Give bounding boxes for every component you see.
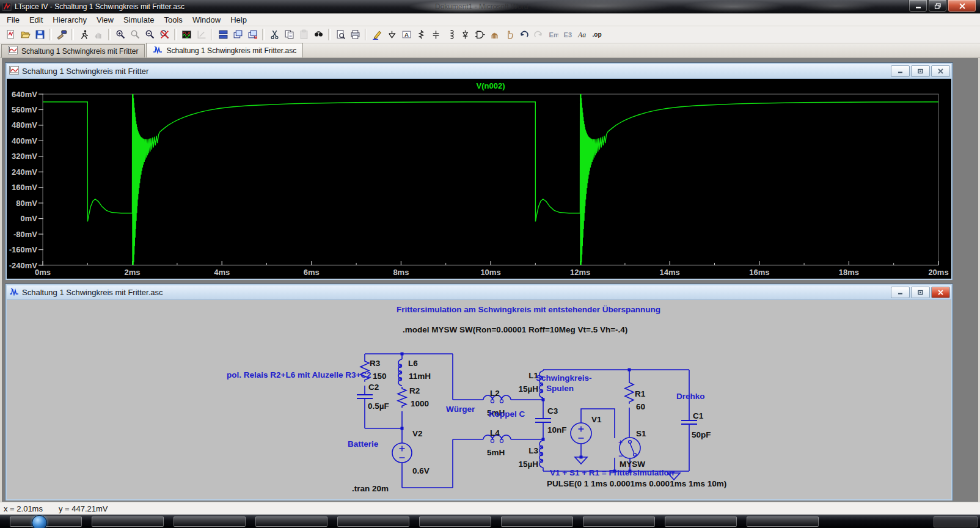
text-icon[interactable]: Aa	[575, 28, 590, 42]
ground-icon[interactable]	[384, 28, 399, 42]
capacitor-icon[interactable]	[428, 28, 443, 42]
tile-horizontal-icon[interactable]	[216, 28, 230, 42]
cascade-new-icon[interactable]	[245, 28, 260, 42]
open-icon[interactable]	[18, 28, 32, 42]
cascade-icon[interactable]	[230, 28, 245, 42]
schematic-comment[interactable]: Würger	[446, 405, 475, 414]
print-preview-icon[interactable]	[333, 28, 348, 42]
taskbar-button[interactable]	[665, 516, 737, 527]
component-S1[interactable]: +−S1MYSW	[618, 429, 646, 469]
component-V2[interactable]: V20.6V	[392, 429, 430, 475]
app-titlebar[interactable]: LTspice IV - Schaltung 1 Schwingkreis mi…	[0, 0, 980, 13]
taskbar-button[interactable]	[419, 516, 491, 527]
waveform-restore-button[interactable]	[911, 65, 930, 77]
component-V1[interactable]: V1	[571, 415, 602, 444]
schematic-comment[interactable]: Frittersimulation am Schwingkreis mit en…	[397, 305, 660, 314]
taskbar-button[interactable]	[92, 516, 164, 527]
schematic-minimize-button[interactable]	[891, 287, 910, 298]
copy-icon[interactable]	[282, 28, 296, 42]
new-schematic-icon[interactable]	[3, 28, 18, 42]
trace-label[interactable]: V(n002)	[477, 81, 505, 90]
save-icon[interactable]	[32, 28, 47, 42]
menu-hierarchy[interactable]: Hierarchy	[48, 14, 92, 26]
zoom-in-icon[interactable]	[113, 28, 128, 42]
schematic-comment[interactable]: Koppel C	[489, 409, 525, 419]
zoom-extents-icon[interactable]	[157, 28, 172, 42]
component-C2[interactable]: C20.5µF	[357, 383, 389, 411]
waveform-window-titlebar[interactable]: Schaltung 1 Schwingkreis mit Fritter	[7, 64, 951, 79]
component-L6[interactable]: L611mH	[398, 359, 431, 386]
inductor-icon[interactable]	[443, 28, 458, 42]
drag-icon[interactable]	[502, 28, 516, 42]
taskbar-button[interactable]	[337, 516, 409, 527]
schematic-comment[interactable]: V1 + S1 + R1 = Frittersimulation	[550, 468, 674, 477]
schematic-comment[interactable]: Drehko	[676, 392, 705, 401]
rotate-icon[interactable]: E3	[560, 28, 575, 42]
start-button[interactable]	[32, 515, 47, 528]
menu-simulate[interactable]: Simulate	[119, 14, 159, 26]
component-value-label: 0.6V	[412, 466, 430, 475]
schematic-restore-button[interactable]	[911, 287, 930, 298]
schematic-drawing[interactable]: R3150C20.5µFL611mHR21000V20.6VL25mHL45mH…	[7, 300, 951, 499]
schematic-tab-icon	[153, 45, 163, 56]
waveform-plot-canvas[interactable]: 640mV560mV480mV400mV320mV240mV160mV80mV0…	[7, 79, 951, 279]
y-axis-tick-label: 480mV	[12, 120, 37, 130]
component-C1[interactable]: C150pF	[681, 411, 711, 439]
window-title: LTspice IV - Schaltung 1 Schwingkreis mi…	[15, 2, 185, 11]
move-icon[interactable]	[487, 28, 502, 42]
schematic-canvas[interactable]: R3150C20.5µFL611mHR21000V20.6VL25mHL45mH…	[7, 300, 951, 499]
taskbar-button[interactable]	[255, 516, 327, 527]
schematic-comment[interactable]: pol. Relais R2+L6 mit Aluzelle R3+C2	[227, 370, 371, 380]
undo-icon[interactable]	[516, 28, 531, 42]
trace-v-n002[interactable]	[43, 86, 938, 277]
tab-schematic[interactable]: Schaltung 1 Schwingkreis mit Fritter.asc	[146, 43, 303, 57]
label-icon[interactable]: A	[399, 28, 414, 42]
diode-icon[interactable]	[458, 28, 472, 42]
menu-tools[interactable]: Tools	[159, 14, 188, 26]
menu-view[interactable]: View	[92, 14, 119, 26]
print-icon[interactable]	[348, 28, 362, 42]
run-icon[interactable]	[76, 28, 91, 42]
waveform-plot-area[interactable]: 640mV560mV480mV400mV320mV240mV160mV80mV0…	[7, 79, 951, 279]
control-panel-icon[interactable]	[54, 28, 69, 42]
menu-help[interactable]: Help	[225, 14, 252, 26]
component-L4[interactable]: L45mH	[483, 428, 511, 457]
spice-directive-icon[interactable]: .op	[590, 28, 604, 42]
component-R2[interactable]: R21000	[398, 386, 429, 408]
restore-button[interactable]	[928, 0, 947, 12]
taskbar-button[interactable]	[583, 516, 655, 527]
zoom-out-icon[interactable]	[142, 28, 157, 42]
component-L3[interactable]: L315µH	[518, 441, 543, 469]
resistor-icon[interactable]	[414, 28, 428, 42]
spice-directive-text[interactable]: PULSE(0 1 1ms 0.0001ms 0.0001ms 1ms 10m)	[547, 479, 726, 488]
system-tray[interactable]	[934, 516, 978, 527]
x-axis-tick-label: 10ms	[480, 268, 500, 277]
taskbar-button[interactable]	[174, 516, 246, 527]
waveform-close-button[interactable]	[931, 65, 950, 77]
component-C3[interactable]: C310nF	[535, 406, 567, 435]
schematic-comment[interactable]: Batterie	[348, 439, 379, 449]
plot-settings-icon[interactable]	[179, 28, 194, 42]
schematic-comment[interactable]: Spulen	[546, 384, 574, 393]
wire-icon[interactable]	[370, 28, 384, 42]
menu-window[interactable]: Window	[188, 14, 225, 26]
tab-waveform[interactable]: Schaltung 1 Schwingkreis mit Fritter	[1, 44, 145, 57]
schematic-close-button[interactable]	[931, 287, 950, 298]
waveform-minimize-button[interactable]	[891, 65, 910, 77]
spice-directive-text[interactable]: .model MYSW SW(Ron=0.00001 Roff=10Meg Vt…	[403, 325, 627, 334]
x-axis-tick-label: 2ms	[125, 268, 141, 277]
taskbar-button[interactable]	[747, 516, 819, 527]
taskbar-button[interactable]	[501, 516, 573, 527]
schematic-comment[interactable]: Schwingkreis-	[536, 373, 592, 383]
component-icon[interactable]	[472, 28, 487, 42]
find-icon[interactable]	[311, 28, 326, 42]
component-R1[interactable]: R160	[625, 381, 646, 411]
close-button[interactable]	[948, 0, 976, 12]
menu-edit[interactable]: Edit	[24, 14, 48, 26]
minimize-button[interactable]	[909, 0, 927, 12]
spice-directive-text[interactable]: .tran 20m	[352, 484, 389, 493]
mirror-icon[interactable]: Em	[546, 28, 560, 42]
cut-icon[interactable]	[267, 28, 282, 42]
menu-file[interactable]: File	[2, 14, 24, 26]
schematic-window-titlebar[interactable]: Schaltung 1 Schwingkreis mit Fritter.asc	[7, 285, 951, 300]
